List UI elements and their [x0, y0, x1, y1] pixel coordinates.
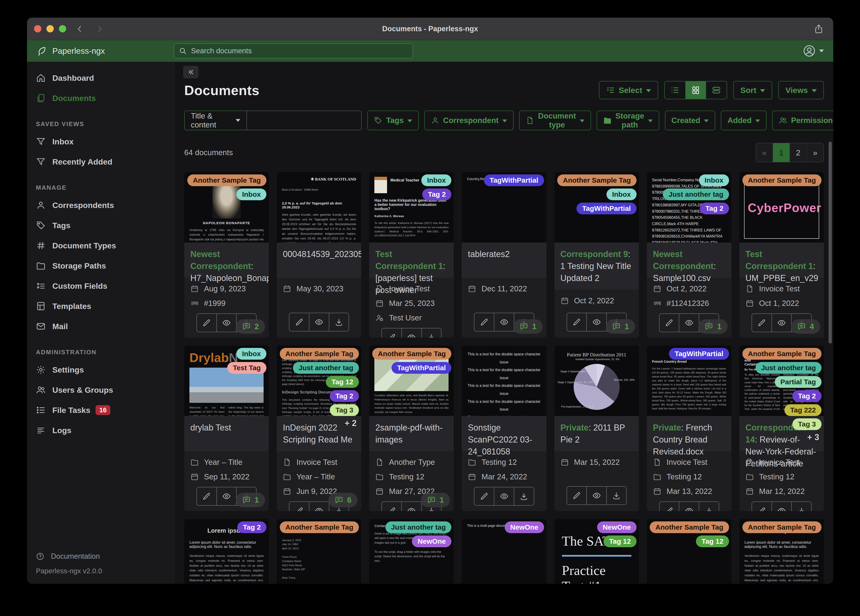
tag-pill-tag-12[interactable]: Tag 12 [326, 376, 359, 388]
document-card[interactable]: This document contains the following: A … [277, 346, 361, 511]
user-menu[interactable] [803, 44, 824, 58]
tag-pill-test-tag[interactable]: Test Tag [227, 362, 267, 374]
sidebar-item-documents[interactable]: Documents [27, 88, 175, 108]
back-icon[interactable] [75, 24, 85, 34]
sidebar-item-logs[interactable]: Logs [27, 420, 175, 440]
document-type-filter-button[interactable]: Document type [519, 111, 591, 130]
sidebar-collapse-button[interactable] [183, 66, 198, 78]
app-brand[interactable]: Paperless-ngx [36, 46, 174, 57]
document-card[interactable]: Lorem ipsumLorem ipsum dolor sit amet, c… [184, 519, 269, 584]
list-view-button[interactable] [665, 82, 685, 99]
edit-button[interactable] [474, 487, 494, 506]
search-input[interactable] [191, 47, 408, 55]
view-button[interactable] [494, 313, 514, 332]
tag-pill-just-another-tag[interactable]: Just another tag [293, 362, 359, 374]
tag-pill-inbox[interactable]: Inbox [421, 174, 451, 186]
scrollbar[interactable] [829, 141, 832, 343]
tag-pill-tag-3[interactable]: Tag 3 [330, 404, 359, 416]
tag-pill-another-sample-tag[interactable]: Another Sample Tag [280, 522, 359, 533]
tags-filter-button[interactable]: Tags [367, 111, 419, 130]
view-button[interactable] [772, 313, 792, 332]
document-card[interactable]: DrylabNWelcome to our first newsletter o… [184, 346, 269, 511]
correspondent-filter-button[interactable]: Correspondent [424, 111, 514, 130]
tag-pill-inbox[interactable]: Inbox [606, 189, 637, 200]
document-title[interactable]: 2sample-pdf-with-images [369, 416, 454, 451]
tag-pill-another-sample-tag[interactable]: Another Sample Tag [742, 174, 821, 186]
download-button[interactable] [329, 313, 349, 332]
tag-pill-tagwithpartial[interactable]: TagWithPartial [576, 203, 637, 214]
tag-pill-another-sample-tag[interactable]: Another Sample Tag [742, 348, 821, 360]
tag-pill-partial-tag[interactable]: Partial Tag [775, 376, 821, 388]
select-button[interactable]: Select [599, 81, 658, 99]
document-title[interactable]: drylab Test [184, 416, 269, 451]
document-thumbnail[interactable]: Patient BP Distribution 2011Normal, 150,… [554, 346, 639, 416]
sort-button[interactable]: Sort [733, 81, 772, 99]
document-card[interactable]: Serial Number,Company Name,Employee 9788… [647, 172, 731, 338]
view-button[interactable] [587, 313, 607, 332]
tag-pill-tag-2[interactable]: Tag 2 [330, 390, 359, 402]
pagination-first[interactable]: « [756, 143, 773, 162]
document-card[interactable]: Medical TeacherHas the new Kirkpatrick g… [369, 172, 454, 338]
pagination-page-1[interactable]: 1 [773, 143, 790, 162]
view-button[interactable] [679, 313, 699, 332]
edit-button[interactable] [567, 313, 587, 332]
document-card[interactable]: Review of of Arbitral Awards shows swift… [739, 346, 824, 511]
tag-pill-just-another-tag[interactable]: Just another tag [385, 522, 451, 533]
document-title[interactable]: Test Correspondent 1: UM_PPBE_en_v29 [739, 242, 824, 278]
views-button[interactable]: Views [778, 81, 824, 99]
sidebar-item-storage-paths[interactable]: Storage Paths [27, 256, 175, 276]
document-title[interactable]: Test Correspondent 1: [paperless] test p… [369, 242, 454, 278]
sidebar-item-documentation[interactable]: Documentation [27, 548, 175, 564]
sidebar-item-document-types[interactable]: Document Types [27, 236, 175, 256]
tag-pill-another-sample-tag[interactable]: Another Sample Tag [557, 174, 636, 186]
storage-path-filter-button[interactable]: Storage path [596, 111, 659, 130]
document-card[interactable]: This is a test for the double space char… [462, 346, 546, 511]
tag-pill-tag-2[interactable]: Tag 2 [793, 390, 821, 402]
tag-pill-another-sample-tag[interactable]: Another Sample Tag [372, 348, 451, 360]
comment-count-badge[interactable]: 1 [606, 319, 635, 334]
document-card[interactable]: French Country BreadFor the Leaven: 1 he… [647, 346, 731, 511]
search-bar[interactable] [174, 43, 413, 58]
pagination-page-2[interactable]: 2 [790, 143, 807, 162]
tag-pill-just-another-tag[interactable]: Just another tag [663, 189, 729, 200]
view-button[interactable] [217, 313, 237, 332]
document-card[interactable]: Contact Sheet DemoGiven a set of image f… [369, 519, 454, 584]
tag-pill-just-another-tag[interactable]: Just another tag [756, 362, 821, 374]
document-title[interactable]: Correspondent 9: 1 Testing New Title Upd… [554, 242, 639, 290]
view-button[interactable] [772, 501, 792, 511]
tag-pill-newone[interactable]: NewOne [505, 522, 544, 533]
pagination-last[interactable]: » [807, 143, 824, 162]
tag-pill-tag-2[interactable]: Tag 2 [700, 203, 729, 214]
created-filter-button[interactable]: Created [665, 111, 716, 130]
sidebar-item-recently-added[interactable]: Recently Added [27, 152, 175, 172]
view-button[interactable] [217, 487, 237, 506]
comment-count-badge[interactable]: 1 [236, 493, 265, 507]
document-title[interactable]: Newest Correspondent: Sample100.csv [647, 242, 731, 278]
document-card[interactable]: Lorem ipsumLorem ipsum dolor sit amet, c… [739, 519, 824, 584]
title-content-dropdown[interactable]: Title & content [184, 111, 246, 130]
tag-pill-tag-2[interactable]: Tag 2 [237, 522, 267, 533]
title-content-input[interactable] [246, 111, 362, 130]
document-title[interactable]: 0004814539_20230531 [277, 242, 361, 278]
tag-pill-another-sample-tag[interactable]: Another Sample Tag [742, 522, 821, 533]
document-card[interactable]: Curabitur bibendum ante urna, sed blandi… [369, 346, 454, 511]
share-icon[interactable] [813, 24, 824, 34]
comment-count-badge[interactable]: 1 [421, 493, 450, 507]
view-button[interactable] [309, 313, 329, 332]
tag-pill-tagwithpartial[interactable]: TagWithPartial [484, 174, 544, 186]
tag-pill-tag-3[interactable]: Tag 3 [793, 418, 821, 430]
view-button[interactable] [402, 328, 422, 338]
tag-pill-tag-12[interactable]: Tag 12 [603, 536, 637, 547]
document-card[interactable]: Francja pod rNAPOLEON BONAPARTEUrodzony … [184, 172, 269, 338]
document-card[interactable]: This is a multi page document. Page 1. N… [462, 519, 546, 584]
view-button[interactable] [494, 487, 514, 506]
detail-view-button[interactable] [706, 82, 727, 99]
edit-button[interactable] [474, 313, 494, 332]
comment-count-badge[interactable]: 4 [791, 319, 820, 334]
document-card[interactable]: Patient BP Distribution 2011Normal, 150,… [554, 346, 639, 511]
document-card[interactable]: ❈ BANK OF SCOTLANDBank of Scotland · 108… [277, 172, 361, 338]
tag-pill-tag-222[interactable]: Tag 222 [785, 404, 821, 416]
edit-button[interactable] [752, 313, 772, 332]
view-button[interactable] [679, 501, 699, 511]
download-button[interactable] [792, 501, 811, 511]
